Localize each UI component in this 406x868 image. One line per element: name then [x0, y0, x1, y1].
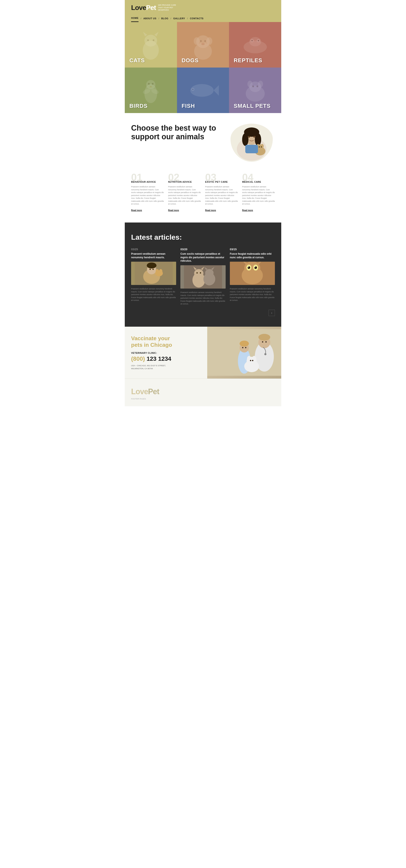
advice-card-4: 04 MEDICAL CARE Praesent vestibulum aene…	[242, 172, 275, 212]
articles-nav: ›	[131, 310, 275, 316]
advice-title-3: EXOTIC PET CARE	[205, 180, 238, 183]
logo-area: LovePet WE PROVIDE CARE THAT YOUR PET DE…	[131, 4, 275, 12]
advice-card-2: 02 NUTRITION ADVICE Praesent vestibulum …	[168, 172, 201, 212]
pet-cell-reptiles[interactable]: REPTILES	[229, 22, 281, 67]
svg-point-64	[197, 272, 198, 274]
svg-point-17	[251, 40, 253, 41]
articles-prev-button[interactable]: ›	[269, 310, 275, 316]
pet-cell-dogs[interactable]: DOGS	[177, 22, 229, 67]
svg-point-58	[159, 269, 162, 274]
svg-point-22	[152, 83, 154, 85]
svg-point-65	[200, 272, 201, 274]
birds-label: BIRDS	[129, 103, 147, 109]
article-headline-1: Praesent vestibulum aenean nonummy hendr…	[131, 252, 176, 259]
advice-text-2: Praesent vestibulum aenean nonummy hendr…	[168, 185, 201, 206]
pet-cell-small-pets[interactable]: SMALL PETS	[229, 67, 281, 113]
svg-point-11	[204, 40, 206, 42]
pet-cell-cats[interactable]: CATS	[125, 22, 177, 67]
vaccinate-phone: (800) 123 1234	[131, 355, 201, 362]
article-card-1: 03/25 Praesent vestibulum aenean nonummy…	[131, 248, 176, 306]
svg-point-92	[250, 360, 251, 361]
svg-point-35	[257, 86, 258, 87]
svg-point-29	[192, 89, 194, 90]
nav-sep-1: /	[141, 17, 141, 20]
vaccinate-phone-prefix: (800)	[131, 355, 145, 362]
logo-pet: Pet	[146, 4, 156, 11]
svg-point-9	[206, 37, 212, 45]
pet-cell-fish[interactable]: FISH	[177, 67, 229, 113]
article-headline-2: Cum sociis natoque penatibus et mgnis di…	[180, 252, 226, 263]
svg-point-42	[253, 136, 255, 137]
small-pets-label: SMALL PETS	[234, 103, 270, 109]
svg-point-79	[248, 267, 249, 268]
support-title: Choose the best way to support our anima…	[131, 124, 222, 141]
nav-sep-2: /	[159, 17, 159, 20]
svg-point-80	[255, 267, 256, 268]
svg-point-61	[194, 269, 203, 278]
nav-about[interactable]: ABOUT US	[143, 15, 156, 22]
article-image-1	[131, 262, 176, 285]
nav-gallery[interactable]: GALLERY	[173, 15, 185, 22]
svg-point-54	[149, 269, 151, 270]
pet-grid: CATS DOGS REPTI	[125, 22, 281, 113]
dogs-label: DOGS	[182, 57, 199, 64]
read-more-2[interactable]: Read more	[168, 209, 179, 212]
advice-text-1: Praesent vestibulum aenean nonummy hendr…	[131, 185, 164, 206]
read-more-1[interactable]: Read more	[131, 209, 142, 212]
nav-blog[interactable]: BLOG	[161, 15, 169, 22]
svg-point-34	[252, 86, 254, 87]
nav-contacts[interactable]: CONTACTS	[190, 15, 203, 22]
svg-point-53	[147, 262, 157, 269]
svg-point-48	[261, 147, 262, 148]
article-body-2: Praesent vestibulum aenean nonummy hendr…	[180, 291, 226, 306]
vaccinate-image	[207, 327, 281, 378]
read-more-4[interactable]: Read more	[242, 209, 253, 212]
article-date-1: 03/25	[131, 248, 176, 251]
logo-love: Love	[131, 4, 146, 11]
svg-point-55	[153, 269, 154, 270]
svg-point-95	[262, 341, 263, 343]
svg-point-39	[242, 133, 248, 146]
support-section: Choose the best way to support our anima…	[125, 113, 281, 170]
svg-point-94	[264, 353, 266, 355]
advice-title-1: BEHAVIOUR ADVICE	[131, 180, 164, 183]
articles-section: Latest articles: 03/25 Praesent vestibul…	[125, 222, 281, 327]
footer: LovePet FOOTER PAGES	[125, 378, 281, 406]
svg-point-46	[261, 144, 264, 148]
pet-cell-birds[interactable]: BIRDS	[125, 67, 177, 113]
articles-grid: 03/25 Praesent vestibulum aenean nonummy…	[131, 248, 275, 306]
articles-title: Latest articles:	[131, 233, 275, 241]
support-image	[231, 124, 273, 162]
advice-card-1: 01 BEHAVIOUR ADVICE Praesent vestibulum …	[131, 172, 164, 212]
advice-title-4: MEDICAL CARE	[242, 180, 275, 183]
vaccinate-clinic-label: VETERINARY CLINIC:	[131, 352, 201, 354]
svg-point-87	[240, 341, 249, 347]
svg-point-8	[194, 37, 200, 45]
vaccinate-address: USA – CHICAGO, 901 EAST E STREET, WILMIN…	[131, 364, 201, 370]
svg-marker-27	[213, 85, 219, 96]
svg-point-10	[200, 40, 202, 42]
svg-point-67	[205, 269, 213, 277]
article-card-2: 03/20 Cum sociis natoque penatibus et mg…	[180, 248, 226, 306]
main-nav: HOME / ABOUT US / BLOG / GALLERY / CONTA…	[131, 14, 275, 22]
reptiles-label: REPTILES	[234, 57, 262, 64]
svg-marker-2	[143, 32, 147, 36]
header: LovePet WE PROVIDE CARE THAT YOUR PET DE…	[125, 0, 281, 22]
article-headline-3: Fusce feugiat malesuada odio orbi nunc o…	[230, 252, 275, 259]
nav-sep-4: /	[187, 17, 188, 20]
read-more-3[interactable]: Read more	[205, 209, 216, 212]
svg-point-32	[247, 81, 252, 87]
support-right	[228, 124, 275, 162]
nav-sep-3: /	[170, 17, 171, 20]
svg-rect-49	[245, 145, 258, 153]
footer-tagline: FOOTER PAGES	[131, 398, 275, 400]
svg-point-4	[147, 39, 149, 41]
advice-grid: 01 BEHAVIOUR ADVICE Praesent vestibulum …	[125, 170, 281, 222]
advice-title-2: NUTRITION ADVICE	[168, 180, 201, 183]
logo[interactable]: LovePet	[131, 4, 156, 12]
nav-home[interactable]: HOME	[131, 14, 138, 22]
logo-tagline: WE PROVIDE CARE THAT YOUR PET DESERVES!	[158, 4, 176, 11]
svg-point-97	[242, 347, 243, 348]
svg-point-41	[248, 136, 250, 137]
article-date-2: 03/20	[180, 248, 226, 251]
